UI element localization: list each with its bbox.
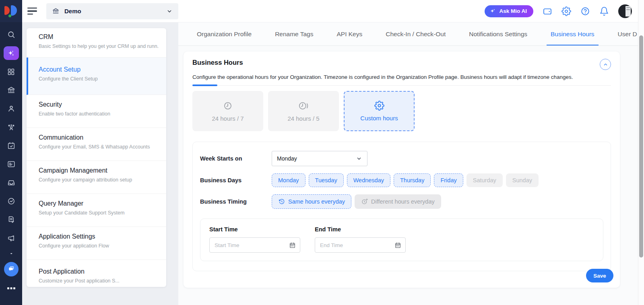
nav-item-title: Communication [39,134,159,141]
option-24-hours-7[interactable]: 24 hours / 7 [192,91,263,131]
logo-green-dot [8,14,11,17]
business-hours-card: Business Hours Configure the operational… [184,52,620,288]
topbar-actions: Ask Mio AI [485,4,632,18]
calendar-icon[interactable] [289,242,296,249]
hamburger-menu-icon[interactable] [27,5,39,17]
day-chip-monday[interactable]: Monday [272,173,305,187]
day-chip-friday[interactable]: Friday [434,173,463,187]
settings-nav-card: CRM Basic Settings to help you get your … [27,28,166,287]
tab-check-in-check-out[interactable]: Check-In / Check-Out [386,23,446,45]
bell-icon[interactable] [599,6,609,16]
clock-icon [223,101,233,111]
id-card-icon[interactable] [0,155,22,173]
nav-item-title: CRM [39,33,159,41]
nav-item-title: Account Setup [39,66,159,73]
logo-blue-shape [11,5,17,16]
dashboard-grid-icon[interactable] [0,62,22,81]
search-icon[interactable] [0,25,22,44]
start-time-input[interactable] [215,242,287,248]
topbar: Demo Ask Mio AI [22,0,644,23]
user-avatar[interactable] [618,4,632,18]
tab-user-details[interactable]: User D [618,23,637,45]
history-clock-icon [278,198,285,205]
option-custom-hours[interactable]: Custom hours [344,91,415,131]
person-icon[interactable] [0,99,22,118]
gear-icon[interactable] [561,6,571,16]
time-range-box: Start Time End Time [200,218,603,261]
option-24-hours-5[interactable]: 24 hours / 5 [268,91,339,131]
option-label: 24 hours / 5 [287,115,319,122]
timing-chip-label: Different hours everyday [371,198,435,205]
nav-item-title: Post Application [39,268,159,275]
organization-selector[interactable]: Demo [46,3,178,19]
timing-chip-different-hours[interactable]: Different hours everyday [355,194,441,209]
nav-item-security[interactable]: Security Enable two factor authenticatio… [27,95,166,128]
nav-item-campaign-management[interactable]: Campaign Management Configure your campa… [27,161,166,194]
tab-notifications-settings[interactable]: Notifications Settings [469,23,527,45]
nav-item-application-settings[interactable]: Application Settings Configure your appl… [27,227,166,260]
document-check-icon[interactable] [0,210,22,229]
nav-item-subtitle: Basic Settings to help you get your CRM … [39,43,159,49]
chat-bubble-circle [4,262,19,276]
timing-chip-label: Same hours everyday [288,198,345,205]
chevron-down-icon [166,8,173,14]
ask-mio-ai-label: Ask Mio AI [499,8,527,14]
tab-rename-tags[interactable]: Rename Tags [275,23,313,45]
chevron-up-icon [603,62,609,68]
week-starts-on-value: Monday [277,155,297,162]
scrollbar-thumb[interactable] [639,35,643,258]
nav-item-subtitle: Configure your Email, SMS & Whatsapp Acc… [39,144,159,150]
tab-business-hours[interactable]: Business Hours [551,23,594,45]
nav-item-communication[interactable]: Communication Configure your Email, SMS … [27,128,166,161]
day-chip-wednesday[interactable]: Wednesday [347,173,390,187]
help-icon[interactable] [580,6,590,16]
calendar-icon[interactable] [394,242,401,249]
ask-mio-ai-button[interactable]: Ask Mio AI [485,5,533,17]
nav-item-subtitle: Enable two factor authentication [39,111,159,117]
clock-week-icon [298,101,309,111]
inbox-tray-icon[interactable] [0,173,22,192]
day-chip-sunday[interactable]: Sunday [506,173,539,187]
option-label: Custom hours [360,115,398,122]
nav-item-query-manager[interactable]: Query Manager Setup your Candidate Suppo… [27,194,166,227]
more-dash-icon[interactable] [0,247,22,260]
organization-name: Demo [64,8,81,14]
nav-item-subtitle: Configure your campaign attribution setu… [39,177,159,183]
vertical-scrollbar[interactable] [638,0,644,305]
calendar-check-icon[interactable] [0,136,22,155]
tab-organization-profile[interactable]: Organization Profile [197,23,252,45]
schedule-options: 24 hours / 7 24 hours / 5 Custom hours [192,91,611,131]
business-days-chips: Monday Tuesday Wednesday Thursday Friday… [272,173,539,187]
day-chip-thursday[interactable]: Thursday [394,173,431,187]
day-chip-tuesday[interactable]: Tuesday [309,173,344,187]
settings-tabbar: Organization Profile Rename Tags API Key… [178,23,644,46]
save-button[interactable]: Save [586,269,613,282]
nav-item-crm[interactable]: CRM Basic Settings to help you get your … [27,28,166,58]
clock-plus-icon [361,198,368,205]
nav-item-account-setup[interactable]: Account Setup Configure the Client Setup [27,58,166,95]
custom-hours-form: Week Starts on Monday Business Days Mond… [192,142,611,271]
business-timing-label: Business Timing [200,198,272,205]
wallet-icon[interactable] [543,6,552,16]
referral-network-icon[interactable] [0,118,22,136]
ai-button-active [4,46,19,60]
ai-sparkles-icon[interactable] [0,44,22,62]
chat-bubble-icon[interactable] [0,260,22,279]
organization-bank-icon[interactable] [0,81,22,99]
start-time-field: Start Time [209,226,300,253]
tab-api-keys[interactable]: API Keys [336,23,362,45]
nav-item-subtitle: Customize your Post application S... [39,278,159,284]
nav-item-post-application[interactable]: Post Application Customize your Post app… [27,260,166,284]
gauge-icon[interactable] [0,192,22,210]
week-starts-on-select[interactable]: Monday [272,151,367,166]
bank-icon [52,7,60,15]
app-logo[interactable] [0,0,22,22]
nav-item-title: Application Settings [39,233,159,240]
settings-nav-panel: CRM Basic Settings to help you get your … [22,23,178,305]
megaphone-icon[interactable] [0,229,22,247]
collapse-section-button[interactable] [600,59,611,70]
end-time-input[interactable] [320,242,392,248]
apps-grid-icon[interactable] [0,279,22,297]
timing-chip-same-hours[interactable]: Same hours everyday [272,194,351,209]
day-chip-saturday[interactable]: Saturday [466,173,503,187]
